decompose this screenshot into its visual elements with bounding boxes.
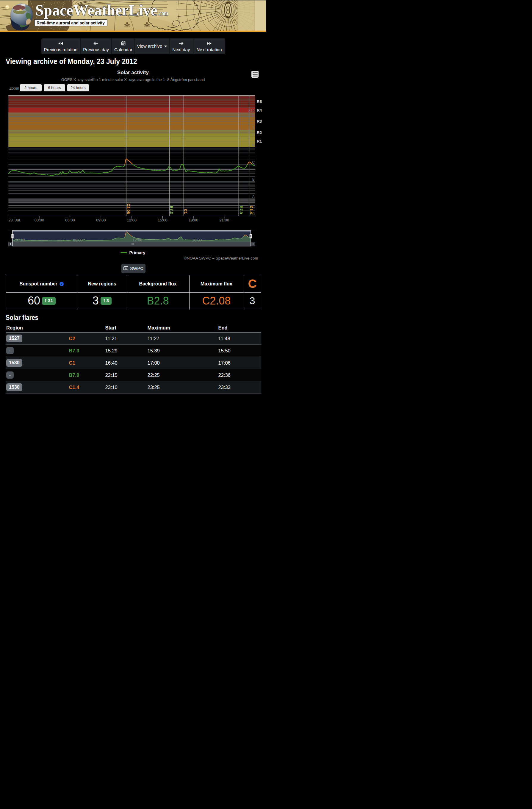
svg-text:R4: R4 xyxy=(257,108,262,113)
svg-text:M: M xyxy=(252,143,255,147)
svg-text:12:00: 12:00 xyxy=(132,238,142,242)
svg-text:R1: R1 xyxy=(257,139,262,143)
svg-text:X: X xyxy=(252,126,255,130)
svg-text:X10: X10 xyxy=(248,109,255,113)
svg-text:23. Jul.: 23. Jul. xyxy=(8,218,21,222)
svg-text:R3: R3 xyxy=(257,119,262,123)
svg-text:C: C xyxy=(252,160,255,165)
svg-text:R2: R2 xyxy=(257,131,262,135)
svg-text:06:00: 06:00 xyxy=(73,238,83,242)
svg-text:B7.9: B7.9 xyxy=(239,206,243,214)
svg-text:B: B xyxy=(252,177,255,182)
svg-text:A0: A0 xyxy=(250,212,255,216)
svg-text:C2.08: C2.08 xyxy=(126,204,130,214)
svg-text:03:00: 03:00 xyxy=(35,218,44,222)
svg-text:09:00: 09:00 xyxy=(96,218,106,222)
svg-text:C1: C1 xyxy=(183,209,188,214)
svg-text:18:00: 18:00 xyxy=(192,238,202,242)
svg-text:B7.3: B7.3 xyxy=(169,206,174,214)
svg-text:i: i xyxy=(61,282,62,286)
svg-text:15:00: 15:00 xyxy=(158,218,167,222)
svg-text:06:00: 06:00 xyxy=(65,218,75,222)
svg-text:18:00: 18:00 xyxy=(189,218,198,222)
svg-text:R5: R5 xyxy=(257,99,262,104)
svg-text:12:00: 12:00 xyxy=(127,218,137,222)
svg-text:23. Jul.: 23. Jul. xyxy=(14,238,26,242)
svg-text:A: A xyxy=(252,195,255,199)
svg-text:21:00: 21:00 xyxy=(219,218,229,222)
